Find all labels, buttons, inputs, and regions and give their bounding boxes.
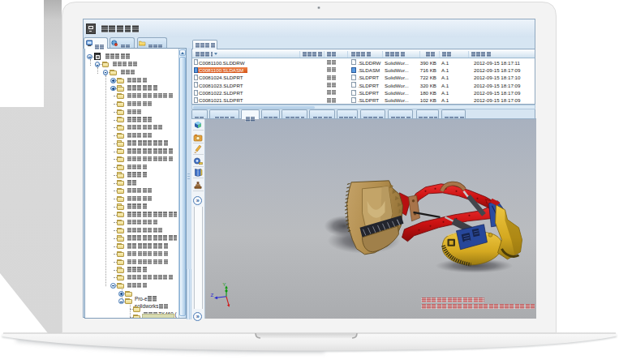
svg-text:Z: Z [211, 293, 214, 298]
svg-text:Y: Y [223, 282, 226, 287]
